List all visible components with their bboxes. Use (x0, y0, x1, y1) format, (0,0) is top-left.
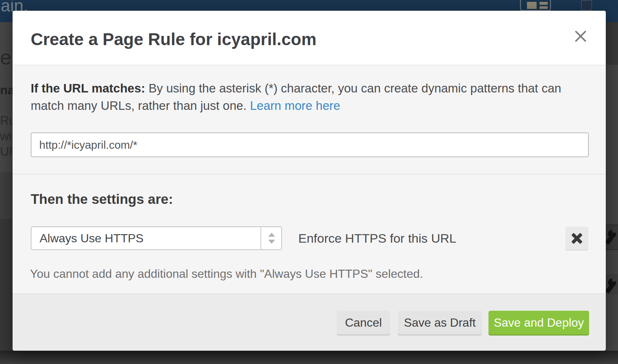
cancel-button[interactable]: Cancel (337, 311, 390, 334)
wrench-icon (607, 230, 618, 246)
remove-setting-button[interactable] (565, 227, 588, 250)
wrench-icon (607, 279, 618, 295)
remove-x-icon (571, 232, 583, 245)
background-band (0, 172, 13, 219)
url-pattern-input[interactable] (31, 132, 589, 157)
layout-grid-icon (520, 0, 551, 11)
setting-description: Enforce HTTPS for this URL (298, 226, 456, 250)
background-band (606, 22, 618, 65)
chevron-down-icon (268, 240, 275, 244)
save-and-deploy-button[interactable]: Save and Deploy (488, 311, 589, 334)
chevron-up-icon (268, 233, 275, 237)
background-right-strip (606, 22, 618, 364)
setting-note: You cannot add any additional settings w… (30, 267, 423, 281)
background-setting-row (606, 225, 618, 250)
setting-select-value: Always Use HTTPS (40, 227, 144, 249)
url-match-label: If the URL matches: (31, 81, 145, 95)
settings-heading: Then the settings are: (31, 192, 173, 207)
header-toolbar-icon (581, 0, 592, 10)
section-divider (13, 174, 606, 175)
setting-select[interactable]: Always Use HTTPS (31, 226, 282, 250)
background-band (0, 351, 618, 364)
modal-footer: Cancel Save as Draft Save and Deploy (13, 293, 606, 351)
learn-more-link[interactable]: Learn more here (250, 99, 340, 112)
close-icon[interactable] (573, 28, 588, 44)
modal-header: Create a Page Rule for icyapril.com (13, 11, 606, 65)
save-as-draft-button[interactable]: Save as Draft (398, 311, 482, 334)
modal-title: Create a Page Rule for icyapril.com (31, 28, 316, 50)
url-match-description: If the URL matches: By using the asteris… (31, 80, 575, 114)
background-band (0, 219, 13, 364)
select-stepper-icon (261, 227, 281, 249)
page-rule-dialog-screen: ain. e nav Ru will UR Create a Page Rule… (0, 0, 618, 364)
background-setting-row (606, 274, 618, 294)
background-text-fragment: e (0, 45, 11, 69)
create-page-rule-modal: Create a Page Rule for icyapril.com If t… (13, 11, 606, 351)
